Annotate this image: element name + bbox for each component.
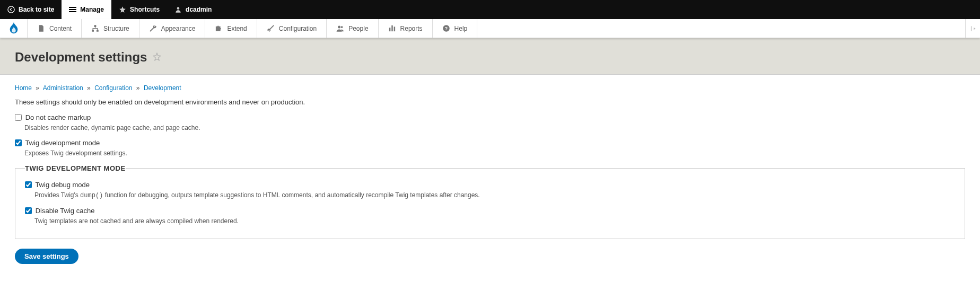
- no-cache-label[interactable]: Do not cache markup: [15, 113, 91, 121]
- menu-help[interactable]: ? Help: [433, 19, 478, 38]
- menu-configuration[interactable]: Configuration: [257, 19, 327, 38]
- puzzle-icon: [215, 24, 223, 32]
- page-header: Development settings: [0, 38, 980, 75]
- user-label: dcadmin: [186, 6, 212, 13]
- toolbar-orientation-toggle[interactable]: [965, 19, 980, 38]
- disable-cache-checkbox[interactable]: [25, 207, 32, 214]
- save-settings-button[interactable]: Save settings: [15, 249, 78, 264]
- breadcrumb-admin[interactable]: Administration: [43, 84, 83, 92]
- disable-cache-label[interactable]: Disable Twig cache: [25, 207, 94, 215]
- wrench-icon: [149, 24, 157, 32]
- shortcut-star-icon[interactable]: [152, 50, 162, 65]
- intro-text: These settings should only be enabled on…: [15, 98, 965, 106]
- user-menu[interactable]: dcadmin: [167, 0, 219, 19]
- menu-appearance[interactable]: Appearance: [139, 19, 206, 38]
- twig-fieldset: Twig development mode Twig debug mode Pr…: [15, 164, 965, 239]
- shortcuts-label: Shortcuts: [130, 6, 160, 13]
- top-toolbar: Back to site Manage Shortcuts dcadmin: [0, 0, 980, 19]
- svg-rect-6: [92, 30, 94, 32]
- menu-structure[interactable]: Structure: [82, 19, 139, 38]
- page-title: Development settings: [15, 50, 965, 65]
- manage-label: Manage: [80, 6, 104, 13]
- user-icon: [174, 6, 182, 13]
- svg-rect-12: [393, 27, 395, 31]
- breadcrumb: Home » Administration » Configuration » …: [15, 84, 965, 92]
- people-icon: [336, 24, 344, 32]
- menu-extend[interactable]: Extend: [205, 19, 257, 38]
- svg-rect-11: [391, 25, 393, 31]
- form-item-disable-cache: Disable Twig cache Twig templates are no…: [25, 207, 955, 225]
- star-icon: [119, 6, 126, 13]
- twig-debug-desc: Provides Twig's dump() function for debu…: [34, 191, 955, 199]
- twig-dev-label[interactable]: Twig development mode: [15, 139, 100, 147]
- svg-rect-2: [69, 9, 76, 10]
- file-icon: [37, 24, 45, 32]
- svg-point-0: [8, 6, 14, 13]
- back-to-site-label: Back to site: [19, 6, 54, 13]
- drupal-logo[interactable]: [0, 19, 28, 38]
- manage-toggle[interactable]: Manage: [62, 0, 111, 19]
- svg-rect-5: [94, 25, 97, 27]
- form-item-no-cache: Do not cache markup Disables render cach…: [15, 113, 965, 131]
- disable-cache-desc: Twig templates are not cached and are al…: [34, 217, 955, 225]
- svg-rect-7: [97, 30, 99, 32]
- back-arrow-icon: [7, 6, 15, 13]
- form-item-twig-debug: Twig debug mode Provides Twig's dump() f…: [25, 181, 955, 199]
- twig-fieldset-legend: Twig development mode: [25, 164, 126, 172]
- content-region: Home » Administration » Configuration » …: [0, 75, 980, 274]
- wrench2-icon: [267, 24, 275, 32]
- back-to-site-link[interactable]: Back to site: [0, 0, 62, 19]
- twig-dev-checkbox[interactable]: [15, 139, 22, 146]
- svg-point-9: [341, 26, 343, 28]
- bars-icon: [388, 24, 396, 32]
- shortcuts-link[interactable]: Shortcuts: [111, 0, 167, 19]
- twig-dev-desc: Exposes Twig development settings.: [24, 149, 965, 157]
- hamburger-icon: [69, 6, 76, 13]
- no-cache-checkbox[interactable]: [15, 114, 22, 121]
- admin-menu: Content Structure Appearance Extend Conf…: [0, 19, 980, 38]
- svg-point-4: [177, 7, 180, 10]
- menu-reports[interactable]: Reports: [379, 19, 433, 38]
- svg-rect-1: [69, 7, 76, 8]
- help-icon: ?: [442, 24, 450, 32]
- no-cache-desc: Disables render cache, dynamic page cach…: [24, 124, 965, 131]
- twig-debug-label[interactable]: Twig debug mode: [25, 181, 90, 189]
- breadcrumb-config[interactable]: Configuration: [94, 84, 132, 92]
- breadcrumb-dev[interactable]: Development: [144, 84, 181, 92]
- svg-point-8: [338, 26, 340, 29]
- hierarchy-icon: [91, 24, 99, 32]
- svg-text:?: ?: [444, 26, 447, 31]
- form-item-twig-dev: Twig development mode Exposes Twig devel…: [15, 139, 965, 157]
- breadcrumb-home[interactable]: Home: [15, 84, 32, 92]
- twig-debug-checkbox[interactable]: [25, 181, 32, 188]
- menu-content[interactable]: Content: [28, 19, 82, 38]
- svg-rect-3: [69, 11, 76, 12]
- svg-rect-10: [389, 28, 390, 31]
- menu-people[interactable]: People: [327, 19, 378, 38]
